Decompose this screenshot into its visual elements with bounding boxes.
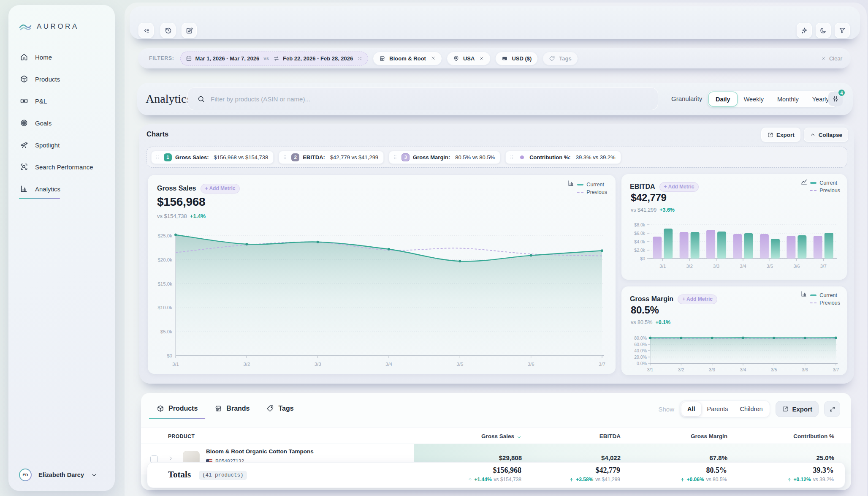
column-product[interactable]: PRODUCT [168, 433, 195, 439]
svg-text:60.0%: 60.0% [634, 342, 647, 347]
products-table-section: ProductsBrandsTags Show AllParentsChildr… [141, 393, 851, 490]
page-title: Analytics [146, 92, 191, 106]
column-contribution[interactable]: Contribution % [793, 433, 834, 439]
pin-icon [453, 55, 459, 62]
svg-text:3/2: 3/2 [686, 264, 692, 269]
tab-products[interactable]: Products [149, 401, 205, 419]
expand-table-button[interactable] [824, 401, 840, 417]
filter-chip-bloom-root[interactable]: Bloom & Root [373, 52, 442, 65]
ebitda-chart: $0$2.0k$4.0k$6.0k$8.0k3/13/23/33/43/53/6… [629, 218, 840, 276]
filter-chip-usa[interactable]: USA [447, 52, 491, 65]
close-icon[interactable] [479, 56, 484, 61]
svg-text:$25.0k: $25.0k [157, 233, 172, 238]
svg-text:3/6: 3/6 [793, 264, 800, 269]
store-icon [214, 405, 222, 412]
tag-icon [266, 405, 274, 412]
chart-column-icon [20, 185, 28, 193]
home-icon [20, 53, 28, 61]
column-gross-margin[interactable]: Gross Margin [691, 433, 727, 439]
drag-handle-icon[interactable] [392, 154, 398, 160]
drag-handle-icon[interactable] [282, 154, 288, 160]
chart-settings-button[interactable]: 4 [828, 92, 843, 106]
logo: AURORA [19, 22, 79, 31]
arrow-up-icon [468, 477, 472, 482]
svg-text:3/7: 3/7 [599, 362, 605, 367]
svg-text:0.0%: 0.0% [637, 361, 647, 366]
charts-export-button[interactable]: Export [761, 128, 800, 142]
user-menu[interactable]: ED Elizabeth Darcy [19, 469, 104, 481]
charts-collapse-button[interactable]: Collapse [804, 128, 848, 142]
svg-text:80.0%: 80.0% [634, 335, 647, 341]
svg-text:$0: $0 [167, 353, 172, 358]
close-icon[interactable] [357, 56, 363, 61]
add-metric-button[interactable]: + Add Metric [678, 294, 717, 304]
search-input[interactable]: Filter by products (ASIN or name)... [187, 87, 658, 110]
dark-mode-button[interactable] [816, 23, 831, 38]
filter-chip-usd-[interactable]: USD ($) [495, 52, 538, 65]
metric-chip-gross-margin-[interactable]: 3Gross Margin:80.5% vs 80.5% [389, 151, 500, 164]
tab-tags[interactable]: Tags [259, 401, 301, 419]
show-label: Show [658, 406, 674, 413]
svg-text:$6.0k: $6.0k [634, 231, 645, 236]
totals-cell: 80.5%+0.06%vs 80.5% [680, 463, 727, 482]
cell-gross-margin: 67.8% [709, 454, 727, 461]
product-name: Bloom & Root Organic Cotton Tampons [206, 448, 314, 455]
search-scan-icon [20, 163, 28, 171]
filter-button[interactable] [835, 23, 850, 38]
drag-handle-icon[interactable] [155, 154, 160, 160]
column-ebitda[interactable]: EBITDA [599, 433, 621, 439]
add-metric-button[interactable]: + Add Metric [201, 184, 240, 193]
metric-chip-ebitda-[interactable]: 2EBITDA:$42,779 vs $41,299 [279, 151, 384, 164]
clear-filters-button[interactable]: Clear [821, 55, 842, 62]
collapse-panel-button[interactable] [138, 23, 154, 38]
sidebar-item-p-l[interactable]: P&L [8, 90, 115, 112]
sidebar-item-analytics[interactable]: Analytics [8, 178, 115, 200]
sidebar-item-products[interactable]: Products [8, 68, 115, 90]
show-parents[interactable]: Parents [701, 402, 734, 416]
metric-dot [520, 155, 524, 159]
row-expand-icon[interactable] [168, 455, 174, 461]
table-header: PRODUCT Gross Sales EBITDA Gross Margin … [141, 428, 851, 444]
sidebar-item-search-performance[interactable]: Search Performance [8, 156, 115, 178]
close-icon[interactable] [431, 56, 436, 61]
box-icon [157, 405, 164, 412]
date-range-filter[interactable]: Mar 1, 2026 - Mar 7, 2026 vs Feb 22, 202… [180, 52, 369, 65]
granularity-label: Granularity [671, 95, 702, 102]
metric-chip-contribution-[interactable]: Contribution %:39.3% vs 39.2% [505, 151, 621, 164]
svg-text:3/6: 3/6 [802, 367, 808, 372]
svg-text:$20.0k: $20.0k [157, 257, 172, 262]
compose-button[interactable] [182, 23, 197, 38]
svg-text:40.0%: 40.0% [634, 348, 647, 353]
arrow-up-icon [680, 477, 685, 482]
ai-sparkles-button[interactable] [797, 23, 812, 38]
table-export-button[interactable]: Export [776, 401, 819, 417]
granularity-weekly[interactable]: Weekly [737, 92, 770, 106]
legend: Current Previous [577, 182, 607, 195]
gross-margin-chart: 0.0%20.0%40.0%60.0%80.0%3/13/23/33/43/53… [629, 327, 840, 374]
sidebar-item-spotlight[interactable]: Spotlight [8, 134, 115, 156]
store-icon [379, 55, 385, 62]
tab-brands[interactable]: Brands [207, 401, 257, 419]
granularity-monthly[interactable]: Monthly [770, 92, 806, 106]
show-children[interactable]: Children [734, 402, 768, 416]
granularity-daily[interactable]: Daily [709, 92, 737, 106]
sidebar-item-goals[interactable]: Goals [8, 112, 115, 134]
filter-chip-tags[interactable]: Tags [542, 52, 578, 65]
metric-chip-gross-sales-[interactable]: 1Gross Sales:$156,968 vs $154,738 [151, 151, 274, 164]
add-metric-button[interactable]: + Add Metric [659, 182, 699, 192]
gross-margin-chart-card: Gross Margin + Add Metric Current Previo… [621, 286, 847, 375]
column-gross-sales[interactable]: Gross Sales [481, 433, 522, 439]
metric-order-badge: 3 [401, 153, 410, 161]
chart-title: EBITDA [630, 183, 655, 191]
legend: Current Previous [810, 180, 840, 193]
search-icon [197, 95, 205, 103]
show-all[interactable]: All [681, 402, 701, 416]
history-button[interactable] [160, 23, 176, 38]
drag-handle-icon[interactable] [509, 154, 515, 160]
totals-bar: Totals (41 products) $156,968+1.44%vs $1… [147, 462, 845, 488]
svg-text:3/2: 3/2 [678, 367, 684, 372]
chevron-down-icon [91, 471, 98, 478]
metric-value: 80.5% [631, 304, 659, 316]
sidebar-item-home[interactable]: Home [8, 46, 115, 68]
metric-order-badge: 1 [164, 153, 172, 161]
